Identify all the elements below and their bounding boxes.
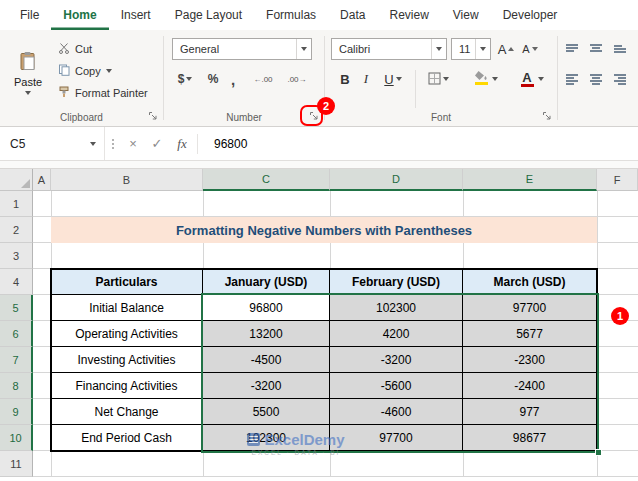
- font-color-button[interactable]: A: [515, 68, 547, 90]
- data-cell[interactable]: -4500: [203, 347, 330, 373]
- row-header-9[interactable]: 9: [0, 399, 33, 425]
- data-cell[interactable]: -4600: [330, 399, 463, 425]
- table-header-cell[interactable]: January (USD): [203, 269, 330, 295]
- align-middle-icon[interactable]: [586, 39, 606, 59]
- clipboard-dialog-launcher-icon[interactable]: [147, 110, 159, 122]
- row-header-8[interactable]: 8: [0, 373, 33, 399]
- tab-home[interactable]: Home: [51, 0, 108, 30]
- enter-check-icon[interactable]: ✓: [145, 136, 169, 151]
- align-center-icon[interactable]: [586, 69, 606, 89]
- formula-bar-input[interactable]: 96800: [214, 137, 247, 151]
- formula-bar-grip-icon[interactable]: [112, 139, 114, 149]
- data-cell[interactable]: 102300: [203, 425, 330, 451]
- align-right-icon[interactable]: [610, 69, 630, 89]
- row-label-cell[interactable]: Financing Activities: [51, 373, 203, 399]
- tab-review[interactable]: Review: [377, 0, 440, 30]
- data-cell[interactable]: 5500: [203, 399, 330, 425]
- scissors-icon: [58, 42, 70, 56]
- paste-button[interactable]: Paste: [6, 36, 50, 110]
- format-painter-button[interactable]: Format Painter: [54, 83, 152, 103]
- shrink-font-button[interactable]: A: [519, 38, 541, 60]
- data-cell[interactable]: -2400: [463, 373, 597, 399]
- font-dialog-launcher-icon[interactable]: [541, 110, 553, 122]
- row-header-3[interactable]: 3: [0, 243, 33, 269]
- tab-file[interactable]: File: [8, 0, 51, 30]
- table-header-cell[interactable]: Particulars: [51, 269, 203, 295]
- tab-insert[interactable]: Insert: [109, 0, 163, 30]
- row-header-2[interactable]: 2: [0, 217, 33, 243]
- decrease-decimal-icon: .00→: [287, 75, 306, 84]
- column-header-e[interactable]: E: [463, 169, 597, 191]
- align-left-icon[interactable]: [562, 69, 582, 89]
- chevron-down-icon: [538, 77, 544, 81]
- table-header-cell[interactable]: March (USD): [463, 269, 597, 295]
- row-headers: 1234567891011: [0, 191, 33, 477]
- number-format-dropdown[interactable]: General: [172, 38, 312, 60]
- row-label-cell[interactable]: Initial Balance: [51, 295, 203, 321]
- data-cell[interactable]: 977: [463, 399, 597, 425]
- borders-button[interactable]: [423, 68, 453, 90]
- chevron-down-icon: [492, 77, 498, 81]
- column-headers: ABCDEF: [0, 169, 638, 191]
- row-label-cell[interactable]: End Period Cash: [51, 425, 203, 451]
- data-cell[interactable]: 97700: [463, 295, 597, 321]
- data-cell[interactable]: 96800: [203, 295, 330, 321]
- data-cell[interactable]: 98677: [463, 425, 597, 451]
- grow-font-button[interactable]: A: [495, 38, 517, 60]
- comma-style-button[interactable]: ,: [226, 68, 240, 90]
- row-header-10[interactable]: 10: [0, 425, 33, 451]
- tab-view[interactable]: View: [441, 0, 491, 30]
- data-cell[interactable]: 97700: [330, 425, 463, 451]
- tab-formulas[interactable]: Formulas: [254, 0, 328, 30]
- cut-label: Cut: [75, 43, 92, 55]
- row-header-6[interactable]: 6: [0, 321, 33, 347]
- tab-page-layout[interactable]: Page Layout: [163, 0, 254, 30]
- row-label-cell[interactable]: Investing Activities: [51, 347, 203, 373]
- formula-bar: C5 × ✓ fx 96800: [0, 127, 638, 161]
- data-cell[interactable]: -3200: [203, 373, 330, 399]
- font-size-dropdown[interactable]: 11: [451, 38, 491, 60]
- tab-developer[interactable]: Developer: [491, 0, 570, 30]
- cut-button[interactable]: Cut: [54, 39, 96, 59]
- data-cell[interactable]: 102300: [330, 295, 463, 321]
- underline-button[interactable]: U: [379, 68, 407, 90]
- table-header-cell[interactable]: February (USD): [330, 269, 463, 295]
- row-header-4[interactable]: 4: [0, 269, 33, 295]
- row-header-7[interactable]: 7: [0, 347, 33, 373]
- name-box[interactable]: C5: [0, 127, 105, 160]
- column-header-b[interactable]: B: [51, 169, 203, 191]
- row-header-5[interactable]: 5: [0, 295, 33, 321]
- row-label-cell[interactable]: Net Change: [51, 399, 203, 425]
- cancel-icon[interactable]: ×: [121, 136, 145, 151]
- increase-decimal-button[interactable]: ←.00: [248, 68, 278, 90]
- column-header-c[interactable]: C: [203, 169, 330, 191]
- row-label-cell[interactable]: Operating Activities: [51, 321, 203, 347]
- copy-button[interactable]: Copy: [54, 61, 116, 81]
- column-header-f[interactable]: F: [597, 169, 638, 191]
- tab-data[interactable]: Data: [328, 0, 377, 30]
- font-name-dropdown[interactable]: Calibri: [331, 38, 447, 60]
- decrease-decimal-button[interactable]: .00→: [282, 68, 312, 90]
- fill-color-button[interactable]: [469, 68, 501, 90]
- accounting-format-button[interactable]: $: [172, 68, 198, 90]
- align-bottom-icon[interactable]: [610, 39, 630, 59]
- data-cell[interactable]: 13200: [203, 321, 330, 347]
- data-cell[interactable]: -2300: [463, 347, 597, 373]
- chevron-down-icon: [25, 91, 31, 95]
- select-all-corner[interactable]: [0, 169, 33, 191]
- column-header-a[interactable]: A: [33, 169, 51, 191]
- column-header-d[interactable]: D: [330, 169, 463, 191]
- number-format-value: General: [173, 43, 296, 55]
- align-top-icon[interactable]: [562, 39, 582, 59]
- data-cell[interactable]: -3200: [330, 347, 463, 373]
- row-header-1[interactable]: 1: [0, 191, 33, 217]
- data-cell[interactable]: 5677: [463, 321, 597, 347]
- data-cell[interactable]: 4200: [330, 321, 463, 347]
- row-header-11[interactable]: 11: [0, 451, 33, 477]
- paste-label: Paste: [14, 76, 42, 88]
- italic-button[interactable]: I: [359, 68, 373, 90]
- data-cell[interactable]: -5600: [330, 373, 463, 399]
- bold-button[interactable]: B: [337, 68, 353, 90]
- insert-function-icon[interactable]: fx: [169, 136, 195, 152]
- percent-style-button[interactable]: %: [204, 68, 222, 90]
